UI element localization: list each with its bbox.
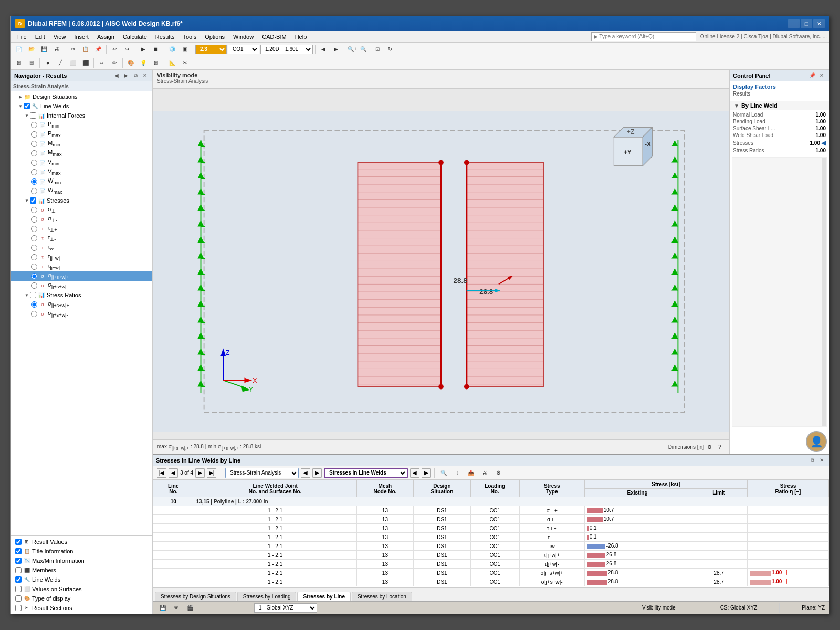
zoom-fit[interactable]: ⊡ [372,44,383,55]
radio-mmax[interactable] [31,150,37,156]
combo1-next[interactable]: ▶ [312,468,322,478]
nav-tau-perp-plus[interactable]: τ τ⊥+ [11,224,152,234]
nav-sr-sigma-plus[interactable]: σ σ|j+s+w|+ [11,300,152,309]
bp-float-btn[interactable]: ⧉ [808,456,816,465]
radio-wmin[interactable] [31,178,37,185]
maximize-button[interactable]: □ [801,19,812,28]
prev-page-btn[interactable]: ◀ [169,468,178,478]
menu-options[interactable]: Options [201,33,229,41]
select-none[interactable]: ⊟ [26,58,37,68]
menu-file[interactable]: File [13,33,31,41]
grid-button[interactable]: ⊞ [150,58,162,68]
copy-button[interactable]: 📋 [80,44,91,55]
section-cut[interactable]: ✂ [179,58,191,68]
radio-pmax[interactable] [31,131,37,138]
checkbox-stress-ratios[interactable] [30,292,36,298]
nav-sigma-jsw-minus[interactable]: σ σ|j+s+w|- [11,281,152,290]
radio-tau-perp-minus[interactable] [31,235,37,242]
table-print-btn[interactable]: 🖨 [479,468,490,478]
cp-scrollbar[interactable] [822,158,826,426]
dimension-tool[interactable]: ↔ [96,58,108,68]
cut-button[interactable]: ✂ [67,44,79,55]
nav-title-info[interactable]: 📋 Title Information [11,547,152,556]
coord-system-combo[interactable]: 1 - Global XYZ [254,603,317,613]
view3d-button[interactable]: 🧊 [166,44,178,55]
search-input[interactable] [591,32,696,41]
cb-type-display[interactable] [15,595,22,602]
nav-sr-sigma-minus[interactable]: σ σ|j+s+w|- [11,309,152,319]
radio-wmax[interactable] [31,188,37,194]
menu-tools[interactable]: Tools [178,33,201,41]
nav-tau-w[interactable]: τ τw [11,243,152,253]
nav-design-situations[interactable]: ▶ 📁 Design Situations [11,92,152,101]
nav-internal-forces[interactable]: ▼ 📊 Internal Forces [11,111,152,120]
table-filter-btn[interactable]: 🔍 [438,468,449,478]
redo-button[interactable]: ↪ [121,44,133,55]
solid-tool[interactable]: ⬛ [80,58,91,68]
analysis-combo[interactable]: Stress-Strain Analysis [225,468,299,478]
radio-vmax[interactable] [31,169,37,175]
bp-close-btn[interactable]: ✕ [817,456,826,465]
node-tool[interactable]: ● [42,58,54,68]
nav-line-welds-bot[interactable]: 🔧 Line Welds [11,575,152,584]
nav-type-display[interactable]: 🎨 Type of display [11,594,152,603]
menu-calculate[interactable]: Calculate [119,33,151,41]
nav-result-values[interactable]: ⊞ Result Values [11,537,152,547]
open-button[interactable]: 📂 [26,44,37,55]
cb-result-sections[interactable] [15,605,22,611]
first-page-btn[interactable]: |◀ [157,468,166,478]
nav-wmin[interactable]: 📄 Wmin [11,177,152,186]
nav-pmax[interactable]: 📄 Pmax [11,130,152,139]
next-result[interactable]: ▶ [330,44,342,55]
view2d-button[interactable]: ▣ [179,44,191,55]
nav-pmin[interactable]: 📄 Pmin [11,120,152,130]
status-tb3[interactable]: 🎬 [184,603,196,613]
radio-sigma-perp-minus[interactable] [31,216,37,223]
tab-location[interactable]: Stresses by Location [352,592,412,601]
checkbox-line-welds[interactable] [24,103,30,109]
nav-expand-btn[interactable]: ▶ [122,71,130,80]
print-button[interactable]: 🖨 [51,44,62,55]
radio-sr-sigma-plus[interactable] [31,301,37,308]
nav-values-surfaces[interactable]: ⬜ Values on Surfaces [11,584,152,594]
viewport-help-btn[interactable]: ? [715,442,725,453]
tab-line[interactable]: Stresses by Line [297,592,350,601]
nav-mmin[interactable]: 📄 Mmin [11,139,152,149]
cb-line-welds-bot[interactable] [15,576,22,583]
cb-title-info[interactable] [15,548,22,554]
lighting-button[interactable]: 💡 [138,58,149,68]
nav-float-btn[interactable]: ⧉ [131,71,140,80]
prev-result[interactable]: ◀ [318,44,329,55]
stresses-arrow-icon[interactable]: ◀ [821,139,826,146]
surface-tool[interactable]: ⬜ [67,58,79,68]
nav-maxmin-info[interactable]: 📉 Max/Min Information [11,556,152,565]
radio-tau-jw-minus[interactable] [31,264,37,270]
nav-collapse-btn[interactable]: ◀ [112,71,121,80]
save-button[interactable]: 💾 [38,44,50,55]
nav-sigma-perp-plus[interactable]: σ σ⊥+ [11,205,152,215]
next-page-btn[interactable]: ▶ [195,468,205,478]
zoom-out[interactable]: 🔍− [359,44,371,55]
nav-result-sections[interactable]: ✂ Result Sections [11,603,152,613]
radio-sigma-jsw-minus[interactable] [31,282,37,289]
table-export-btn[interactable]: 📤 [465,468,477,478]
nav-vmin[interactable]: 📄 Vmin [11,158,152,167]
last-page-btn[interactable]: ▶| [207,468,216,478]
nav-tau-jw-minus[interactable]: τ τ|j+w|- [11,262,152,271]
radio-tau-w[interactable] [31,245,37,251]
results-combo[interactable]: Stresses in Line Welds [324,468,408,478]
paste-button[interactable]: 📌 [92,44,104,55]
annotation-tool[interactable]: ✏ [109,58,120,68]
nav-sigma-perp-minus[interactable]: σ σ⊥- [11,215,152,224]
table-settings-btn[interactable]: ⚙ [492,468,504,478]
nav-stress-ratios[interactable]: ▼ 📊 Stress Ratios [11,290,152,300]
close-button[interactable]: ✕ [813,19,825,28]
combo1-prev[interactable]: ◀ [301,468,310,478]
nav-members[interactable]: ⬛ Members [11,565,152,575]
menu-help[interactable]: Help [291,33,311,41]
radio-sigma-jsw-plus[interactable] [31,273,37,279]
load-combo-selector[interactable]: 2.3 [195,45,227,54]
nav-mmax[interactable]: 📄 Mmax [11,149,152,158]
nav-line-welds[interactable]: ▼ 🔧 Line Welds [11,101,152,111]
new-button[interactable]: 📄 [13,44,25,55]
